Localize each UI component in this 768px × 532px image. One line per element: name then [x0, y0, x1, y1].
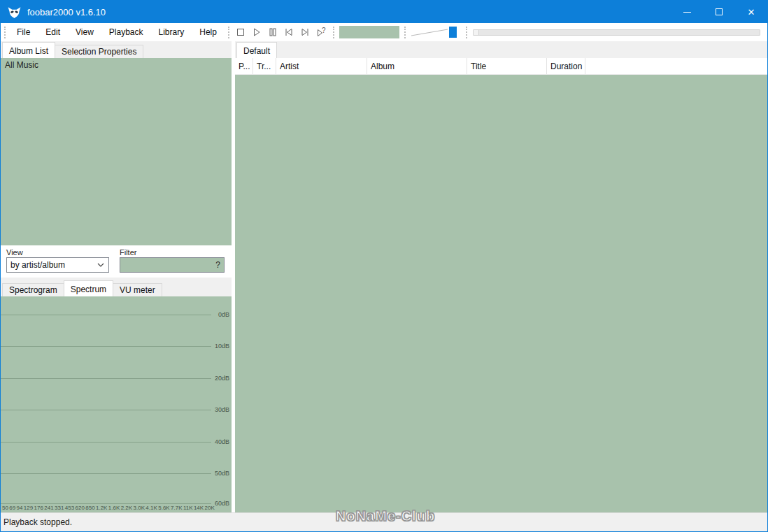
view-dropdown-value: by artist/album — [10, 260, 65, 270]
freq-label: 176 — [34, 505, 43, 511]
freq-label: 453 — [65, 505, 74, 511]
gridline — [1, 410, 211, 410]
freq-label: 1.6K — [108, 505, 120, 511]
playlist-header: P... Tr... Artist Album Title Duration — [235, 58, 767, 75]
volume-slider[interactable] — [411, 26, 461, 38]
pause-button[interactable] — [265, 24, 281, 40]
svg-text:?: ? — [322, 27, 326, 34]
freq-label: 7.7K — [171, 505, 182, 511]
random-button[interactable]: ? — [313, 24, 329, 40]
titlebar: foobar2000 v1.6.10 ✕ — [1, 1, 767, 23]
column-header-artist[interactable]: Artist — [276, 58, 367, 74]
gridline — [1, 346, 211, 347]
album-list-tree: All Music — [1, 58, 232, 245]
foobar2000-logo-icon[interactable] — [7, 5, 22, 20]
db-label: 40dB — [215, 438, 229, 445]
gridline — [1, 315, 211, 315]
minimize-icon — [683, 12, 691, 13]
app-window: foobar2000 v1.6.10 ✕ File Edit View Play… — [0, 0, 768, 532]
chevron-down-icon — [97, 263, 104, 267]
toolbar-grip[interactable] — [228, 27, 229, 38]
frequency-axis: 50 69 94 129 176 241 331 453 620 850 1.2… — [2, 505, 215, 511]
watermark: NoNaMe-Club — [336, 508, 435, 524]
db-label: 50dB — [215, 470, 229, 477]
tab-album-list[interactable]: Album List — [2, 42, 55, 58]
left-panel: Album List Selection Properties All Musi… — [1, 41, 232, 512]
freq-label: 620 — [76, 505, 85, 511]
tab-vu-meter[interactable]: VU meter — [113, 283, 162, 296]
previous-button[interactable] — [281, 24, 297, 40]
menu-help[interactable]: Help — [192, 24, 225, 41]
spectrum-display: 0dB 10dB 20dB 30dB 40dB 50dB 60dB 50 69 … — [1, 296, 232, 512]
play-button[interactable] — [249, 24, 265, 40]
column-header-duration[interactable]: Duration — [547, 58, 585, 74]
visualization-box[interactable] — [339, 26, 399, 38]
column-header-playing[interactable]: P... — [235, 58, 253, 74]
freq-label: 241 — [44, 505, 53, 511]
next-button[interactable] — [297, 24, 313, 40]
freq-label: 69 — [9, 505, 15, 511]
freq-label: 850 — [85, 505, 94, 511]
column-header-track[interactable]: Tr... — [253, 58, 276, 74]
playlist-panel: Default P... Tr... Artist Album Title Du… — [235, 41, 767, 512]
playlist-tabstrip: Default — [235, 41, 767, 58]
toolbar-grip[interactable] — [333, 27, 334, 38]
menu-view[interactable]: View — [68, 24, 101, 41]
freq-label: 5.6K — [158, 505, 169, 511]
tab-spectrum[interactable]: Spectrum — [64, 280, 113, 296]
minimize-button[interactable] — [671, 1, 703, 23]
tab-default-playlist[interactable]: Default — [236, 42, 277, 58]
freq-label: 1.2K — [96, 505, 107, 511]
content-area: Album List Selection Properties All Musi… — [1, 41, 767, 512]
window-controls: ✕ — [671, 1, 767, 23]
gridline — [1, 378, 211, 379]
db-label: 20dB — [215, 375, 229, 382]
playback-status-text: Playback stopped. — [3, 517, 72, 527]
tree-item-all-music[interactable]: All Music — [5, 60, 38, 70]
close-button[interactable]: ✕ — [735, 1, 767, 23]
view-dropdown[interactable]: by artist/album — [6, 257, 109, 273]
maximize-button[interactable] — [703, 1, 735, 23]
db-label: 60dB — [215, 500, 229, 507]
filter-input[interactable] — [120, 257, 225, 273]
freq-label: 50 — [2, 505, 8, 511]
column-header-album[interactable]: Album — [367, 58, 467, 74]
gridline — [1, 473, 211, 474]
close-icon: ✕ — [748, 7, 755, 17]
freq-label: 14K — [194, 505, 204, 511]
seekbar-handle[interactable] — [474, 30, 479, 35]
toolbar-grip[interactable] — [4, 27, 6, 38]
filter-label: Filter — [120, 248, 136, 257]
column-header-title[interactable]: Title — [467, 58, 547, 74]
tab-selection-properties[interactable]: Selection Properties — [55, 45, 143, 58]
menu-library[interactable]: Library — [151, 24, 192, 41]
album-list-controls: View by artist/album Filter — [1, 245, 232, 278]
view-label: View — [6, 248, 23, 257]
toolbar-grip[interactable] — [466, 27, 467, 38]
gridline — [1, 442, 211, 443]
freq-label: 20K — [205, 505, 215, 511]
window-title: foobar2000 v1.6.10 — [27, 7, 106, 17]
menu-playback[interactable]: Playback — [101, 24, 151, 41]
menu-edit[interactable]: Edit — [38, 24, 68, 41]
gridline — [1, 503, 211, 504]
column-header-filler — [585, 58, 767, 74]
maximize-icon — [716, 8, 723, 15]
freq-label: 331 — [55, 505, 64, 511]
viz-tabstrip: Spectrogram Spectrum VU meter — [1, 278, 232, 296]
playlist-body[interactable] — [235, 75, 767, 512]
toolbar-grip[interactable] — [404, 27, 406, 38]
volume-handle — [449, 27, 457, 38]
stop-button[interactable] — [233, 24, 249, 40]
tab-spectrogram[interactable]: Spectrogram — [2, 283, 64, 296]
db-label: 10dB — [215, 343, 229, 350]
freq-label: 129 — [24, 505, 33, 511]
freq-label: 94 — [17, 505, 23, 511]
freq-label: 3.0K — [134, 505, 145, 511]
left-tabstrip: Album List Selection Properties — [1, 41, 232, 58]
freq-label: 2.2K — [121, 505, 132, 511]
freq-label: 4.1K — [145, 505, 157, 511]
menu-file[interactable]: File — [9, 24, 38, 41]
freq-label: 11K — [183, 505, 193, 511]
seekbar[interactable] — [473, 29, 760, 36]
